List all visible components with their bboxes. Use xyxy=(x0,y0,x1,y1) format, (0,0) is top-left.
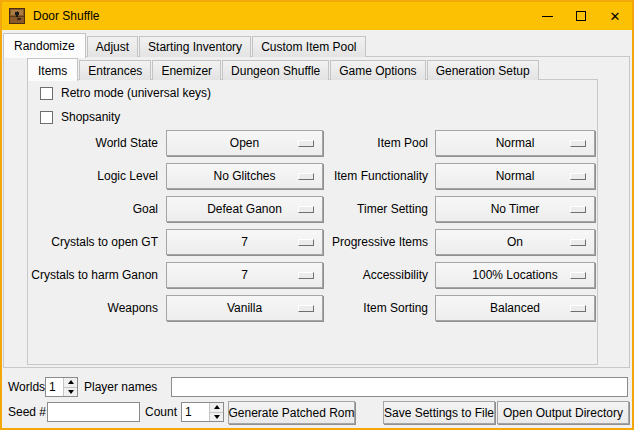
worlds-spin-buttons xyxy=(63,378,77,396)
world-state-dropdown[interactable]: Open xyxy=(166,130,323,156)
timer-setting-dropdown[interactable]: No Timer xyxy=(435,196,595,222)
crystals-gt-dropdown[interactable]: 7 xyxy=(166,229,323,255)
item-sorting-label: Item Sorting xyxy=(318,295,428,321)
seed-label: Seed # xyxy=(8,402,46,422)
generate-patched-rom-button[interactable]: Generate Patched Rom xyxy=(228,401,355,424)
count-label: Count xyxy=(145,402,177,422)
logic-level-dropdown[interactable]: No Glitches xyxy=(166,163,323,189)
timer-setting-label: Timer Setting xyxy=(318,196,428,222)
tab-dungeon-shuffle[interactable]: Dungeon Shuffle xyxy=(222,60,329,80)
worlds-spinner[interactable] xyxy=(45,377,78,397)
tab-randomize[interactable]: Randomize xyxy=(3,33,86,58)
tab-entrances[interactable]: Entrances xyxy=(79,60,151,80)
sub-tabstrip: Items Entrances Enemizer Dungeon Shuffle… xyxy=(27,57,539,80)
minimize-button[interactable] xyxy=(530,2,564,30)
item-functionality-dropdown[interactable]: Normal xyxy=(435,163,595,189)
arrow-up-icon xyxy=(214,405,220,409)
progressive-items-dropdown[interactable]: On xyxy=(435,229,595,255)
tab-adjust[interactable]: Adjust xyxy=(87,36,138,57)
crystals-gt-label: Crystals to open GT xyxy=(20,229,158,255)
dropdown-indicator-icon xyxy=(298,239,314,246)
weapons-label: Weapons xyxy=(20,295,158,321)
minimize-icon xyxy=(542,16,553,17)
maximize-button[interactable] xyxy=(564,2,598,30)
player-names-label: Player names xyxy=(84,377,157,397)
accessibility-label: Accessibility xyxy=(318,262,428,288)
dropdown-indicator-icon xyxy=(298,173,314,180)
player-names-input[interactable] xyxy=(171,377,628,397)
crystals-ganon-label: Crystals to harm Ganon xyxy=(20,262,158,288)
window-controls: ✕ xyxy=(530,2,632,30)
tab-generation-setup[interactable]: Generation Setup xyxy=(427,60,539,80)
dropdown-indicator-icon xyxy=(570,173,586,180)
worlds-input[interactable] xyxy=(46,378,63,396)
window-title: Door Shuffle xyxy=(33,9,100,23)
door-shuffle-window: Door Shuffle ✕ Randomize Adjust Starting… xyxy=(0,0,634,430)
arrow-down-icon xyxy=(214,415,220,419)
retro-mode-label: Retro mode (universal keys) xyxy=(61,86,211,100)
goal-label: Goal xyxy=(20,196,158,222)
count-spin-buttons xyxy=(209,403,223,421)
worlds-label: Worlds xyxy=(8,377,45,397)
dropdown-indicator-icon xyxy=(298,206,314,213)
seed-input[interactable] xyxy=(47,402,140,422)
dropdown-indicator-icon xyxy=(570,239,586,246)
item-pool-dropdown[interactable]: Normal xyxy=(435,130,595,156)
dropdown-indicator-icon xyxy=(298,272,314,279)
progressive-items-label: Progressive Items xyxy=(318,229,428,255)
main-tabstrip: Randomize Adjust Starting Inventory Cust… xyxy=(3,32,366,57)
dropdown-indicator-icon xyxy=(570,206,586,213)
close-icon: ✕ xyxy=(610,10,621,23)
arrow-down-icon xyxy=(68,390,74,394)
tab-enemizer[interactable]: Enemizer xyxy=(152,60,221,80)
count-spinner[interactable] xyxy=(181,402,224,422)
door-icon xyxy=(9,8,25,24)
worlds-spin-up-button[interactable] xyxy=(64,378,77,387)
shopsanity-checkbox[interactable] xyxy=(40,111,53,124)
close-button[interactable]: ✕ xyxy=(598,2,632,30)
item-functionality-label: Item Functionality xyxy=(318,163,428,189)
tab-starting-inventory[interactable]: Starting Inventory xyxy=(139,36,251,57)
maximize-icon xyxy=(576,11,586,21)
weapons-dropdown[interactable]: Vanilla xyxy=(166,295,323,321)
goal-dropdown[interactable]: Defeat Ganon xyxy=(166,196,323,222)
count-spin-down-button[interactable] xyxy=(210,412,223,422)
crystals-ganon-dropdown[interactable]: 7 xyxy=(166,262,323,288)
dropdown-indicator-icon xyxy=(570,140,586,147)
retro-mode-checkbox[interactable] xyxy=(40,87,53,100)
dropdown-indicator-icon xyxy=(298,305,314,312)
shopsanity-option[interactable]: Shopsanity xyxy=(40,110,120,124)
item-sorting-dropdown[interactable]: Balanced xyxy=(435,295,595,321)
save-settings-button[interactable]: Save Settings to File xyxy=(383,401,495,424)
arrow-up-icon xyxy=(68,380,74,384)
tab-items[interactable]: Items xyxy=(27,58,78,81)
worlds-spin-down-button[interactable] xyxy=(64,387,77,397)
logic-level-label: Logic Level xyxy=(20,163,158,189)
tab-custom-item-pool[interactable]: Custom Item Pool xyxy=(252,36,365,57)
retro-mode-option[interactable]: Retro mode (universal keys) xyxy=(40,86,211,100)
dropdown-indicator-icon xyxy=(570,305,586,312)
dropdown-indicator-icon xyxy=(570,272,586,279)
world-state-label: World State xyxy=(20,130,158,156)
count-input[interactable] xyxy=(182,403,209,421)
tab-game-options[interactable]: Game Options xyxy=(330,60,425,80)
item-pool-label: Item Pool xyxy=(318,130,428,156)
titlebar[interactable]: Door Shuffle ✕ xyxy=(2,2,632,30)
accessibility-dropdown[interactable]: 100% Locations xyxy=(435,262,595,288)
shopsanity-label: Shopsanity xyxy=(61,110,120,124)
open-output-directory-button[interactable]: Open Output Directory xyxy=(497,401,629,424)
count-spin-up-button[interactable] xyxy=(210,403,223,412)
dropdown-indicator-icon xyxy=(298,140,314,147)
